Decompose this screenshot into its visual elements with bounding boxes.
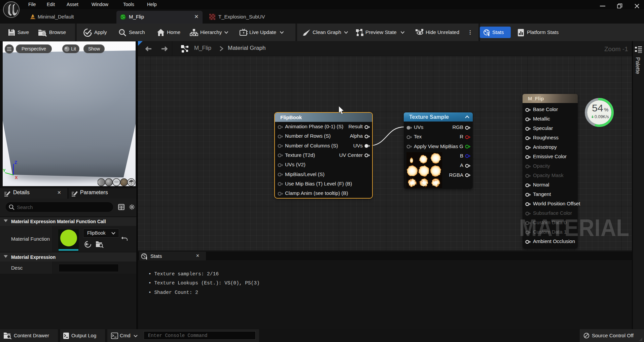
svg-text:0.09K/s: 0.09K/s	[595, 114, 609, 119]
svg-text:Y: Y	[3, 168, 6, 173]
svg-text:54: 54	[592, 102, 603, 113]
svg-text:Z: Z	[14, 160, 17, 165]
svg-text:%: %	[604, 107, 608, 112]
svg-text:X: X	[15, 175, 18, 180]
